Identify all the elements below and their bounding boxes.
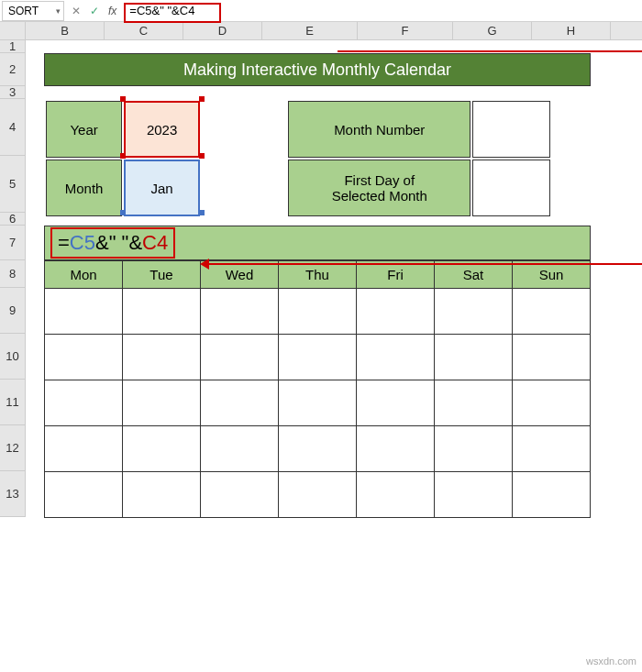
calendar-cell[interactable] xyxy=(45,335,123,380)
year-value-cell[interactable]: 2023 xyxy=(124,101,200,158)
calendar-row xyxy=(45,472,591,518)
formula-part-str: " " xyxy=(109,231,129,254)
info-table: Month Number First Day of Selected Month xyxy=(286,99,552,218)
calendar-cell[interactable] xyxy=(513,426,591,472)
col-header-H[interactable]: H xyxy=(532,22,611,39)
calendar-cell[interactable] xyxy=(357,380,435,426)
column-headers: B C D E F G H xyxy=(0,22,642,40)
calendar-row xyxy=(45,426,591,472)
calendar-cell[interactable] xyxy=(435,380,513,426)
month-value-cell[interactable]: Jan xyxy=(124,160,200,216)
col-header-G[interactable]: G xyxy=(453,22,532,39)
calendar-cell[interactable] xyxy=(513,380,591,426)
formula-bar: SORT ✕ ✓ fx =C5&" "&C4 xyxy=(0,0,642,22)
weekday-header-mon[interactable]: Mon xyxy=(45,261,123,289)
row-header-4[interactable]: 4 xyxy=(0,99,26,156)
row-header-13[interactable]: 13 xyxy=(0,471,26,517)
row-header-12[interactable]: 12 xyxy=(0,425,26,471)
watermark: wsxdn.com xyxy=(586,655,636,666)
calendar-cell[interactable] xyxy=(45,380,123,426)
calendar-cell[interactable] xyxy=(279,380,357,426)
month-label-cell[interactable]: Month xyxy=(46,160,122,216)
calendar-cell[interactable] xyxy=(513,472,591,518)
formula-part-c5: C5 xyxy=(70,231,95,254)
row-header-11[interactable]: 11 xyxy=(0,380,26,425)
row-header-8[interactable]: 8 xyxy=(0,260,26,288)
row-header-3[interactable]: 3 xyxy=(0,86,26,99)
selection-handle xyxy=(199,96,205,102)
calendar-cell[interactable] xyxy=(45,289,123,335)
weekday-header-thu[interactable]: Thu xyxy=(279,261,357,289)
weekday-header-wed[interactable]: Wed xyxy=(201,261,279,289)
calendar-cell[interactable] xyxy=(279,426,357,472)
formula-input[interactable]: =C5&" "&C4 xyxy=(124,4,642,17)
calendar-cell[interactable] xyxy=(435,289,513,335)
calendar-cell[interactable] xyxy=(357,472,435,518)
row-header-1[interactable]: 1 xyxy=(0,40,26,53)
first-day-value-cell[interactable] xyxy=(472,160,550,216)
annotation-arrow-head-icon xyxy=(200,259,209,270)
calendar-cell[interactable] xyxy=(123,426,201,472)
first-day-label-line2: Selected Month xyxy=(332,188,427,204)
annotation-arrow xyxy=(338,50,642,52)
select-all-corner[interactable] xyxy=(0,22,26,39)
calendar-cell[interactable] xyxy=(45,426,123,472)
calendar-cell[interactable] xyxy=(435,426,513,472)
row-header-2[interactable]: 2 xyxy=(0,53,26,86)
calendar-cell[interactable] xyxy=(201,472,279,518)
row-header-9[interactable]: 9 xyxy=(0,288,26,334)
accept-icon[interactable]: ✓ xyxy=(90,5,99,17)
calendar-cell[interactable] xyxy=(201,335,279,380)
col-header-B[interactable]: B xyxy=(26,22,105,39)
annotation-arrow xyxy=(207,263,642,265)
calendar-cell[interactable] xyxy=(435,472,513,518)
first-day-label-line1: First Day of xyxy=(344,172,415,188)
name-box[interactable]: SORT xyxy=(2,1,64,21)
col-header-E[interactable]: E xyxy=(262,22,358,39)
selection-handle xyxy=(199,153,205,159)
calendar-cell[interactable] xyxy=(513,335,591,380)
cancel-icon[interactable]: ✕ xyxy=(72,5,81,17)
calendar-cell[interactable] xyxy=(357,426,435,472)
row-header-7[interactable]: 7 xyxy=(0,226,26,260)
calendar-cell[interactable] xyxy=(45,472,123,518)
calendar-cell[interactable] xyxy=(123,289,201,335)
formula-display-cell[interactable]: =C5&" "&C4 xyxy=(44,226,591,260)
weekday-header-tue[interactable]: Tue xyxy=(123,261,201,289)
calendar-cell[interactable] xyxy=(201,289,279,335)
weekday-header-fri[interactable]: Fri xyxy=(357,261,435,289)
calendar-cell[interactable] xyxy=(279,289,357,335)
formula-part-amp1: & xyxy=(95,231,109,254)
calendar-cell[interactable] xyxy=(357,335,435,380)
params-table: Year 2023 Month Jan xyxy=(44,99,202,218)
row-header-5[interactable]: 5 xyxy=(0,156,26,213)
calendar-cell[interactable] xyxy=(123,380,201,426)
row-header-6[interactable]: 6 xyxy=(0,213,26,226)
year-label-cell[interactable]: Year xyxy=(46,101,122,158)
formula-bar-buttons: ✕ ✓ fx xyxy=(64,5,124,17)
month-number-label-cell[interactable]: Month Number xyxy=(288,101,470,158)
col-header-F[interactable]: F xyxy=(358,22,453,39)
calendar-row xyxy=(45,380,591,426)
calendar-cell[interactable] xyxy=(123,335,201,380)
month-number-value-cell[interactable] xyxy=(472,101,550,158)
calendar-cell[interactable] xyxy=(123,472,201,518)
weekday-header-sat[interactable]: Sat xyxy=(435,261,513,289)
calendar-cell[interactable] xyxy=(435,335,513,380)
calendar-cell[interactable] xyxy=(357,289,435,335)
col-header-D[interactable]: D xyxy=(183,22,262,39)
calendar-cell[interactable] xyxy=(201,380,279,426)
calendar-row xyxy=(45,289,591,335)
page-title: Making Interactive Monthly Calendar xyxy=(44,53,591,86)
calendar-cell[interactable] xyxy=(513,289,591,335)
calendar-cell[interactable] xyxy=(201,426,279,472)
fx-icon[interactable]: fx xyxy=(108,5,116,17)
calendar-cell[interactable] xyxy=(279,335,357,380)
calendar-cell[interactable] xyxy=(279,472,357,518)
cell-grid[interactable]: Making Interactive Monthly Calendar Year… xyxy=(26,40,642,517)
weekday-header-sun[interactable]: Sun xyxy=(513,261,591,289)
selection-handle xyxy=(120,96,126,102)
col-header-C[interactable]: C xyxy=(105,22,183,39)
row-header-10[interactable]: 10 xyxy=(0,334,26,380)
first-day-label-cell[interactable]: First Day of Selected Month xyxy=(288,160,470,216)
